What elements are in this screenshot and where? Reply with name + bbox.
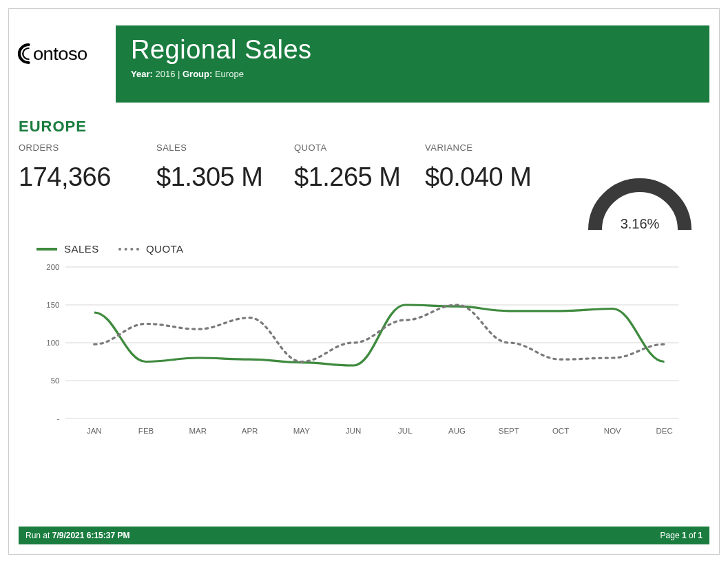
- svg-text:DEC: DEC: [656, 427, 672, 435]
- kpi-sales-value: $1.305 M: [156, 162, 294, 192]
- chart-legend: SALES QUOTA: [37, 243, 686, 255]
- chart-plot: -50100150200JANFEBMARAPRMAYJUNJULAUGSEPT…: [37, 260, 686, 439]
- kpi-variance-label: VARIANCE: [425, 142, 556, 153]
- legend-sales-label: SALES: [64, 243, 99, 255]
- region-heading: EUROPE: [19, 118, 87, 136]
- svg-text:AUG: AUG: [448, 427, 466, 435]
- legend-quota-label: QUOTA: [146, 243, 184, 255]
- svg-text:200: 200: [46, 263, 59, 271]
- legend-quota-swatch-icon: [118, 248, 139, 251]
- svg-text:ontoso: ontoso: [33, 44, 87, 64]
- title-banner: Regional Sales Year: 2016 | Group: Europ…: [116, 25, 709, 103]
- report-title: Regional Sales: [131, 35, 694, 65]
- legend-sales-swatch-icon: [37, 248, 57, 251]
- footer-run: Run at 7/9/2021 6:15:37 PM: [25, 531, 129, 540]
- kpi-orders: ORDERS 174,366: [19, 142, 156, 192]
- run-time: 7/9/2021 6:15:37 PM: [52, 531, 130, 540]
- kpi-variance-value: $0.040 M: [425, 162, 556, 192]
- svg-text:50: 50: [51, 376, 60, 385]
- report-footer: Run at 7/9/2021 6:15:37 PM Page 1 of 1: [19, 527, 709, 544]
- subtitle-sep: |: [178, 69, 183, 79]
- kpi-quota: QUOTA $1.265 M: [294, 142, 425, 192]
- group-label: Group:: [183, 69, 212, 79]
- kpi-quota-label: QUOTA: [294, 142, 425, 153]
- page-prefix: Page: [661, 531, 682, 540]
- kpi-sales: SALES $1.305 M: [156, 142, 294, 192]
- svg-text:100: 100: [46, 339, 59, 347]
- svg-text:MAR: MAR: [189, 427, 207, 435]
- gauge-percent: 3.16%: [581, 216, 698, 232]
- sales-quota-chart: SALES QUOTA -50100150200JANFEBMARAPRMAYJ…: [37, 243, 686, 470]
- svg-text:-: -: [57, 414, 60, 423]
- svg-text:JUN: JUN: [346, 427, 361, 435]
- svg-text:APR: APR: [242, 427, 258, 435]
- svg-text:JAN: JAN: [87, 427, 102, 435]
- svg-text:SEPT: SEPT: [499, 427, 519, 435]
- footer-page: Page 1 of 1: [661, 531, 703, 540]
- year-label: Year:: [131, 69, 153, 79]
- logo-text: ontoso: [17, 42, 111, 70]
- svg-text:MAY: MAY: [293, 427, 311, 435]
- brand-logo: ontoso: [19, 42, 108, 70]
- report-page: ontoso Regional Sales Year: 2016 | Group…: [8, 8, 720, 555]
- run-prefix: Run at: [25, 531, 52, 540]
- kpi-sales-label: SALES: [156, 142, 294, 153]
- legend-sales: SALES: [37, 243, 99, 255]
- year-value: 2016: [155, 69, 175, 79]
- variance-gauge: 3.16%: [581, 171, 698, 233]
- legend-quota: QUOTA: [118, 243, 184, 255]
- svg-text:NOV: NOV: [604, 427, 621, 435]
- kpi-quota-value: $1.265 M: [294, 162, 425, 192]
- page-of: of: [687, 531, 698, 540]
- kpi-variance: VARIANCE $0.040 M: [425, 142, 556, 192]
- kpi-orders-value: 174,366: [19, 162, 156, 192]
- svg-text:FEB: FEB: [138, 427, 154, 435]
- kpi-orders-label: ORDERS: [19, 142, 156, 153]
- page-total: 1: [698, 531, 703, 540]
- svg-text:OCT: OCT: [552, 427, 569, 435]
- report-subtitle: Year: 2016 | Group: Europe: [131, 69, 694, 79]
- svg-text:150: 150: [46, 301, 59, 309]
- svg-text:JUL: JUL: [398, 427, 412, 435]
- group-value: Europe: [215, 69, 244, 79]
- page-num: 1: [682, 531, 687, 540]
